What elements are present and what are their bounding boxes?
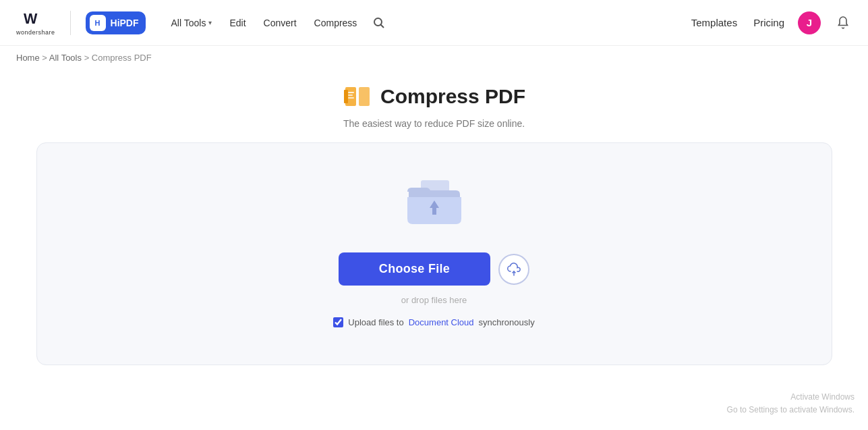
breadcrumb-sep1: >: [42, 53, 49, 63]
compress-pdf-icon: [343, 82, 372, 111]
breadcrumb-home[interactable]: Home: [16, 53, 40, 63]
convert-label: Convert: [264, 18, 297, 28]
hipdf-icon: H: [90, 15, 106, 31]
windows-line1: Activate Windows: [727, 391, 855, 404]
svg-rect-7: [348, 95, 353, 96]
folder-upload-icon: [401, 170, 468, 231]
compress-label: Compress: [314, 18, 357, 28]
breadcrumb-all-tools[interactable]: All Tools: [49, 53, 82, 63]
drop-text: or drop files here: [401, 295, 467, 305]
search-icon: [373, 17, 384, 28]
page-title-row: Compress PDF: [343, 82, 525, 111]
logo-divider: [70, 11, 71, 35]
page-subtitle: The easiest way to reduce PDF size onlin…: [343, 118, 525, 129]
edit-nav[interactable]: Edit: [223, 14, 252, 32]
edit-label: Edit: [229, 18, 245, 28]
compress-nav[interactable]: Compress: [308, 14, 364, 32]
header: W wondershare H HiPDF All Tools ▾ Edit C…: [0, 0, 868, 46]
svg-line-2: [380, 25, 384, 28]
choose-file-button[interactable]: Choose File: [339, 252, 490, 286]
choose-file-row: Choose File: [339, 252, 529, 286]
wondershare-icon: W: [24, 10, 48, 29]
document-cloud-link[interactable]: Document Cloud: [409, 317, 474, 327]
search-button[interactable]: [368, 12, 389, 34]
document-cloud-checkbox[interactable]: [333, 317, 343, 327]
svg-rect-5: [359, 87, 370, 106]
svg-text:W: W: [24, 10, 38, 27]
windows-watermark: Activate Windows Go to Settings to activ…: [727, 391, 855, 416]
hipdf-label: HiPDF: [111, 18, 139, 28]
main-content: Compress PDF The easiest way to reduce P…: [0, 70, 868, 365]
cloud-upload-button[interactable]: [498, 254, 529, 285]
svg-point-1: [374, 18, 382, 26]
wondershare-logo[interactable]: W wondershare: [16, 10, 55, 36]
svg-rect-8: [348, 97, 354, 99]
svg-rect-4: [344, 90, 348, 103]
folder-icon-wrap: [401, 170, 468, 234]
chevron-down-icon: ▾: [208, 19, 212, 26]
templates-nav[interactable]: Templates: [691, 17, 737, 28]
avatar[interactable]: J: [798, 11, 821, 34]
page-title: Compress PDF: [380, 85, 525, 108]
header-right: Templates Pricing J: [691, 11, 852, 34]
wondershare-text: wondershare: [16, 29, 55, 36]
upload-checkbox-suffix: synchronously: [479, 317, 535, 327]
pricing-nav[interactable]: Pricing: [753, 17, 784, 28]
main-nav: All Tools ▾ Edit Convert Compress: [165, 12, 390, 34]
hipdf-badge[interactable]: H HiPDF: [86, 11, 146, 34]
header-right-nav: Templates Pricing: [691, 17, 784, 28]
svg-rect-6: [348, 92, 354, 93]
all-tools-nav[interactable]: All Tools ▾: [165, 14, 219, 32]
windows-line2: Go to Settings to activate Windows.: [727, 404, 855, 416]
all-tools-label: All Tools: [171, 18, 206, 28]
breadcrumb-sep2: >: [84, 53, 92, 63]
cloud-upload-icon: [507, 262, 521, 277]
breadcrumb: Home > All Tools > Compress PDF: [0, 46, 868, 70]
logo-area: W wondershare H HiPDF: [16, 10, 146, 36]
upload-area: Choose File or drop files here Upload fi…: [36, 142, 832, 365]
notification-bell-icon[interactable]: [834, 14, 852, 32]
breadcrumb-current: Compress PDF: [92, 53, 152, 63]
upload-checkbox-prefix: Upload files to: [348, 317, 403, 327]
upload-checkbox-row: Upload files to Document Cloud synchrono…: [333, 317, 534, 327]
convert-nav[interactable]: Convert: [257, 14, 303, 32]
